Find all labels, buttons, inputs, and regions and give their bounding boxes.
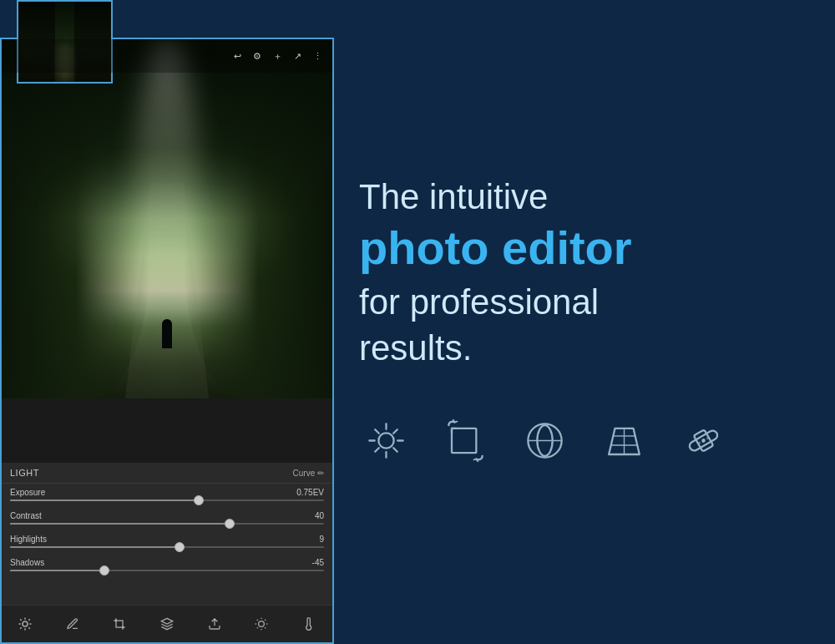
- curve-button[interactable]: Curve ✏: [293, 469, 324, 478]
- svg-line-8: [29, 619, 31, 621]
- svg-point-42: [701, 438, 706, 443]
- svg-line-19: [257, 627, 258, 628]
- tagline-line3: for professionalresults.: [359, 280, 793, 371]
- exposure-track[interactable]: [10, 499, 324, 501]
- shadows-label: Shadows: [10, 558, 44, 567]
- perspective-icon: [597, 413, 651, 468]
- tagline-line1: The intuitive: [359, 176, 793, 218]
- svg-line-6: [29, 627, 31, 629]
- app-screen: ↩ ⚙ ＋ ↗ ⋮ LIGHT Curve ✏: [0, 38, 334, 644]
- tagline-container: The intuitive photo editor for professio…: [359, 176, 793, 404]
- svg-line-29: [393, 429, 397, 434]
- svg-line-27: [393, 448, 397, 452]
- contrast-row: Contrast 40: [2, 507, 332, 530]
- exposure-label: Exposure: [10, 488, 45, 497]
- svg-point-12: [259, 621, 265, 627]
- svg-point-0: [23, 621, 28, 626]
- highlights-track[interactable]: [10, 546, 324, 548]
- brush-icon-bottom[interactable]: [64, 616, 81, 632]
- right-panel: The intuitive photo editor for professio…: [334, 0, 835, 644]
- undo-icon[interactable]: ↩: [230, 49, 244, 63]
- light-icon-bottom[interactable]: [17, 616, 33, 632]
- svg-point-21: [378, 433, 393, 448]
- layers-icon-bottom[interactable]: [159, 616, 175, 632]
- forest-photo: [2, 39, 332, 398]
- svg-line-26: [375, 429, 379, 434]
- light-header: LIGHT Curve ✏: [2, 463, 332, 484]
- light-panel: LIGHT Curve ✏ Exposure 0.75EV Contrast 4…: [2, 463, 332, 642]
- settings-icon[interactable]: ⚙: [250, 49, 264, 63]
- feature-icons-row: [359, 413, 793, 468]
- crop-rotate-icon: [438, 413, 493, 468]
- shadows-track[interactable]: [10, 570, 324, 571]
- lens-icon: [518, 413, 572, 468]
- main-figure: [162, 319, 172, 348]
- shadows-value: -45: [312, 558, 324, 567]
- svg-line-5: [20, 619, 22, 621]
- bottom-icons-bar: [2, 605, 332, 642]
- tagline-line2: photo editor: [359, 222, 793, 274]
- export-icon-bottom[interactable]: [206, 616, 223, 632]
- contrast-track[interactable]: [10, 523, 324, 525]
- svg-line-28: [375, 448, 379, 452]
- highlights-label: Highlights: [10, 535, 47, 544]
- svg-line-15: [257, 620, 258, 621]
- sun-icon-bottom[interactable]: [253, 616, 270, 632]
- contrast-value: 40: [315, 511, 324, 520]
- crop-icon-bottom[interactable]: [111, 616, 128, 632]
- brightness-icon: [359, 413, 413, 468]
- exposure-row: Exposure 0.75EV: [2, 484, 332, 507]
- svg-line-7: [20, 627, 22, 629]
- highlights-row: Highlights 9: [2, 530, 332, 554]
- highlights-value: 9: [319, 535, 324, 544]
- more-icon[interactable]: ⋮: [311, 49, 324, 63]
- svg-rect-9: [116, 621, 123, 627]
- shadows-row: Shadows -45: [2, 554, 332, 577]
- add-icon[interactable]: ＋: [271, 49, 284, 63]
- healing-icon: [676, 413, 731, 468]
- contrast-label: Contrast: [10, 511, 42, 520]
- svg-line-16: [265, 627, 266, 628]
- left-panel: ↩ ⚙ ＋ ↗ ⋮ LIGHT Curve ✏: [0, 0, 334, 644]
- top-toolbar: ↩ ⚙ ＋ ↗ ⋮: [2, 39, 332, 73]
- share-icon[interactable]: ↗: [291, 49, 304, 63]
- exposure-value: 0.75EV: [296, 488, 324, 497]
- temperature-icon-bottom[interactable]: [301, 616, 317, 632]
- svg-marker-10: [161, 618, 172, 624]
- svg-rect-30: [452, 428, 476, 452]
- svg-line-20: [265, 620, 266, 621]
- light-title: LIGHT: [10, 468, 39, 478]
